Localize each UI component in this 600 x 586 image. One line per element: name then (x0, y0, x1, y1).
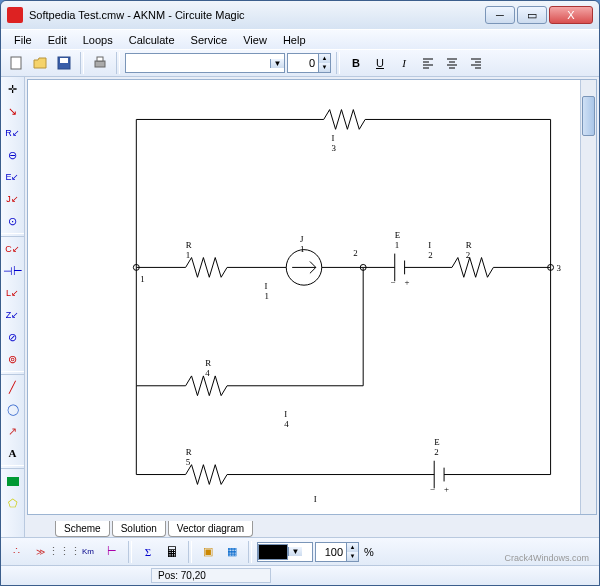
status-pos: Pos: 70,20 (151, 568, 271, 583)
meter-tool[interactable]: ⊘ (3, 327, 23, 347)
arrow-tool[interactable]: ↗ (3, 421, 23, 441)
svg-text:2: 2 (434, 447, 438, 457)
open-button[interactable] (29, 52, 51, 74)
new-button[interactable] (5, 52, 27, 74)
wire-tool[interactable]: ⊖ (3, 145, 23, 165)
svg-text:I: I (428, 240, 431, 250)
window-title: Softpedia Test.cmw - AKNM - Circuite Mag… (29, 9, 483, 21)
svg-text:I: I (284, 409, 287, 419)
line-tool[interactable]: ╱ (3, 377, 23, 397)
svg-text:I: I (265, 281, 268, 291)
zoom-value: 100 (316, 546, 346, 558)
menu-view[interactable]: View (236, 32, 274, 48)
work-area: ✛ ↘ R↙ ⊖ E↙ J↙ ⊙ C↙ ⊣⊢ L↙ Z↙ ⊘ ⊚ ╱ ◯ ↗ A… (1, 77, 599, 537)
polygon-tool[interactable]: ⬠ (3, 493, 23, 513)
rect-tool[interactable] (3, 471, 23, 491)
svg-text:R: R (466, 240, 472, 250)
bottom-tabs: Scheme Solution Vector diagram (25, 517, 599, 537)
minimize-button[interactable]: ─ (485, 6, 515, 24)
svg-rect-2 (60, 58, 68, 63)
app-icon (7, 7, 23, 23)
vertical-scrollbar[interactable] (580, 80, 596, 514)
resistor-tool[interactable]: R↙ (3, 123, 23, 143)
svg-text:1: 1 (395, 240, 399, 250)
menu-file[interactable]: File (7, 32, 39, 48)
nodes-button[interactable]: ∴ (5, 541, 27, 563)
svg-text:J: J (300, 234, 304, 244)
branch-button[interactable]: ⊢ (101, 541, 123, 563)
matrix-button[interactable]: Km (77, 541, 99, 563)
font-combo[interactable]: ▼ (125, 53, 285, 73)
current-source-tool[interactable]: J↙ (3, 189, 23, 209)
ground-tool[interactable]: ⊚ (3, 349, 23, 369)
separator (116, 52, 120, 74)
tool-a[interactable]: ▣ (197, 541, 219, 563)
spin-down[interactable]: ▼ (347, 552, 358, 561)
tab-solution[interactable]: Solution (112, 521, 166, 537)
spin-up[interactable]: ▲ (319, 54, 330, 63)
emf-tool[interactable]: E↙ (3, 167, 23, 187)
close-button[interactable]: X (549, 6, 593, 24)
svg-rect-3 (95, 61, 105, 67)
svg-text:−: − (391, 277, 396, 287)
menu-loops[interactable]: Loops (76, 32, 120, 48)
tab-scheme[interactable]: Scheme (55, 521, 110, 537)
impedance-tool[interactable]: Z↙ (3, 305, 23, 325)
svg-text:1: 1 (186, 250, 190, 260)
circuit-canvas[interactable]: I3 −+ (28, 80, 580, 514)
size-spinner[interactable]: 0 ▲▼ (287, 53, 331, 73)
scrollbar-thumb[interactable] (582, 96, 595, 136)
svg-text:+: + (444, 484, 449, 494)
tab-vector[interactable]: Vector diagram (168, 521, 253, 537)
inductor-tool[interactable]: ⊙ (3, 211, 23, 231)
percent-label: % (361, 541, 377, 563)
sigma-button[interactable]: Σ (137, 541, 159, 563)
top-toolbar: ▼ 0 ▲▼ B U I (1, 49, 599, 77)
chevron-down-icon[interactable]: ▼ (270, 59, 284, 68)
maximize-button[interactable]: ▭ (517, 6, 547, 24)
color-combo[interactable]: ▼ (257, 542, 313, 562)
align-center-button[interactable] (441, 52, 463, 74)
svg-rect-4 (97, 57, 103, 61)
separator (336, 52, 340, 74)
main-panel: I3 −+ (25, 77, 599, 537)
circle-tool[interactable]: ◯ (3, 399, 23, 419)
print-button[interactable] (89, 52, 111, 74)
text-tool[interactable]: A (3, 443, 23, 463)
left-toolbar: ✛ ↘ R↙ ⊖ E↙ J↙ ⊙ C↙ ⊣⊢ L↙ Z↙ ⊘ ⊚ ╱ ◯ ↗ A… (1, 77, 25, 537)
bold-button[interactable]: B (345, 52, 367, 74)
chevron-down-icon[interactable]: ▼ (288, 547, 302, 556)
svg-text:1: 1 (300, 244, 304, 254)
align-left-button[interactable] (417, 52, 439, 74)
svg-text:1: 1 (140, 274, 144, 284)
underline-button[interactable]: U (369, 52, 391, 74)
svg-text:E: E (395, 230, 400, 240)
size-value: 0 (288, 57, 318, 69)
align-right-button[interactable] (465, 52, 487, 74)
svg-text:−: − (430, 484, 435, 494)
circuit-diagram: I3 −+ (28, 80, 580, 514)
inductance-tool[interactable]: L↙ (3, 283, 23, 303)
italic-button[interactable]: I (393, 52, 415, 74)
app-window: Softpedia Test.cmw - AKNM - Circuite Mag… (0, 0, 600, 586)
spin-down[interactable]: ▼ (319, 63, 330, 72)
divider (1, 233, 24, 237)
grid-button[interactable]: ⋮⋮⋮ (53, 541, 75, 563)
save-button[interactable] (53, 52, 75, 74)
capacitor-tool[interactable]: C↙ (3, 239, 23, 259)
menu-calculate[interactable]: Calculate (122, 32, 182, 48)
menu-edit[interactable]: Edit (41, 32, 74, 48)
calc-button[interactable]: 🖩 (161, 541, 183, 563)
status-bar: Pos: 70,20 (1, 565, 599, 585)
cap-icon[interactable]: ⊣⊢ (3, 261, 23, 281)
svg-text:R: R (205, 358, 211, 368)
spin-up[interactable]: ▲ (347, 543, 358, 552)
svg-text:R: R (186, 240, 192, 250)
tool-b[interactable]: ▦ (221, 541, 243, 563)
menu-help[interactable]: Help (276, 32, 313, 48)
zoom-spinner[interactable]: 100 ▲▼ (315, 542, 359, 562)
node-tool[interactable]: ↘ (3, 101, 23, 121)
pointer-tool[interactable]: ✛ (3, 79, 23, 99)
menu-service[interactable]: Service (184, 32, 235, 48)
svg-text:E: E (434, 437, 439, 447)
